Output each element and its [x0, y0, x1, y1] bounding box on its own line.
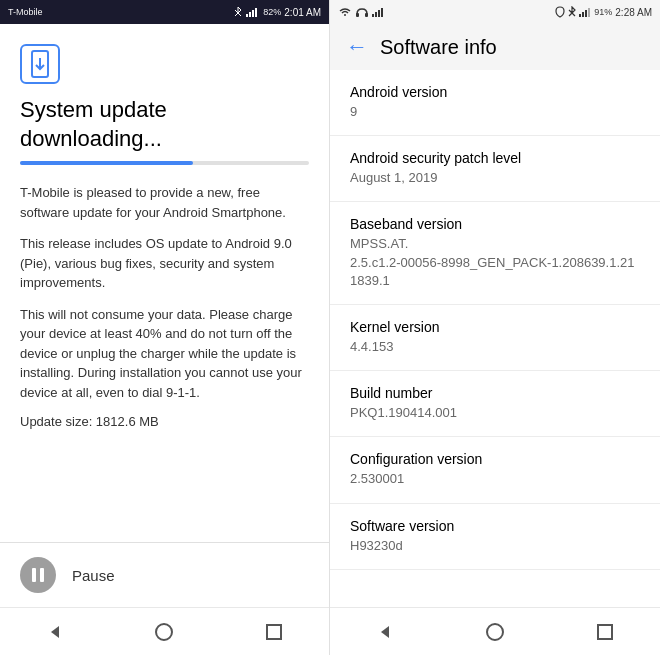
svg-rect-3 [255, 8, 257, 17]
config-label: Configuration version [350, 451, 640, 467]
nav-home-left[interactable] [152, 620, 176, 644]
phone-download-icon [29, 50, 51, 78]
right-panel: 91% 2:28 AM ← Software info Android vers… [330, 0, 660, 655]
svg-rect-17 [579, 14, 581, 17]
svg-rect-7 [40, 568, 44, 582]
baseband-value: MPSS.AT.2.5.c1.2-00056-8998_GEN_PACK-1.2… [350, 235, 640, 290]
info-row-kernel: Kernel version 4.4.153 [330, 305, 660, 371]
time-display-left: 2:01 AM [284, 7, 321, 18]
back-triangle-icon [45, 622, 65, 642]
progress-bar-fill [20, 161, 193, 165]
build-label: Build number [350, 385, 640, 401]
right-status-left-icons [338, 7, 384, 17]
home-circle-icon [154, 622, 174, 642]
svg-rect-10 [267, 625, 281, 639]
nav-recent-right[interactable] [593, 620, 617, 644]
carrier-icon: T-Mobile [8, 7, 43, 17]
kernel-value: 4.4.153 [350, 338, 640, 356]
header-right: ← Software info [330, 24, 660, 70]
software-info-list: Android version 9 Android security patch… [330, 70, 660, 607]
svg-point-22 [487, 624, 503, 640]
security-patch-label: Android security patch level [350, 150, 640, 166]
status-bar-left: T-Mobile 82% 2:01 AM [0, 0, 329, 24]
recent-square-icon [265, 623, 283, 641]
config-value: 2.530001 [350, 470, 640, 488]
home-circle-icon-right [485, 622, 505, 642]
update-icon-container [20, 44, 309, 84]
nav-recent-left[interactable] [262, 620, 286, 644]
info-row-baseband: Baseband version MPSS.AT.2.5.c1.2-00056-… [330, 202, 660, 305]
svg-point-9 [156, 624, 172, 640]
description2: This release includes OS update to Andro… [20, 234, 309, 293]
info-row-security-patch: Android security patch level August 1, 2… [330, 136, 660, 202]
status-bar-right: 91% 2:28 AM [330, 0, 660, 24]
time-display-right: 2:28 AM [615, 7, 652, 18]
left-content: System update downloading... T-Mobile is… [0, 24, 329, 542]
header-title: Software info [380, 36, 497, 59]
svg-rect-2 [252, 10, 254, 17]
pause-label: Pause [72, 567, 115, 584]
svg-rect-1 [249, 12, 251, 17]
nav-bar-right [330, 607, 660, 655]
update-icon [20, 44, 60, 84]
description1: T-Mobile is pleased to provide a new, fr… [20, 183, 309, 222]
svg-rect-13 [372, 14, 374, 17]
right-status-right-icons: 91% 2:28 AM [555, 6, 652, 18]
info-row-build: Build number PKQ1.190414.001 [330, 371, 660, 437]
info-row-software: Software version H93230d [330, 504, 660, 570]
signal-icon-right [372, 7, 384, 17]
recent-square-icon-right [596, 623, 614, 641]
left-panel: T-Mobile 82% 2:01 AM System update downl… [0, 0, 330, 655]
headphones-icon [355, 7, 369, 17]
battery-right: 91% [594, 7, 612, 17]
kernel-label: Kernel version [350, 319, 640, 335]
svg-rect-11 [356, 13, 359, 17]
signal-icon-right2 [579, 7, 591, 17]
battery-text: 82% [263, 7, 281, 17]
android-version-value: 9 [350, 103, 640, 121]
nav-home-right[interactable] [483, 620, 507, 644]
svg-rect-20 [588, 8, 590, 17]
back-triangle-icon-right [375, 622, 395, 642]
software-version-label: Software version [350, 518, 640, 534]
description3: This will not consume your data. Please … [20, 305, 309, 403]
build-value: PKQ1.190414.001 [350, 404, 640, 422]
pause-button[interactable] [20, 557, 56, 593]
progress-bar-container [20, 161, 309, 165]
baseband-label: Baseband version [350, 216, 640, 232]
software-version-value: H93230d [350, 537, 640, 555]
svg-rect-6 [32, 568, 36, 582]
svg-rect-16 [381, 8, 383, 17]
svg-rect-23 [598, 625, 612, 639]
nav-bar-left [0, 607, 329, 655]
svg-rect-0 [246, 14, 248, 17]
pause-row: Pause [0, 543, 329, 607]
info-row-config: Configuration version 2.530001 [330, 437, 660, 503]
android-version-label: Android version [350, 84, 640, 100]
nav-back-left[interactable] [43, 620, 67, 644]
signal-icon [246, 7, 260, 17]
info-row-android-version: Android version 9 [330, 70, 660, 136]
bluetooth-icon [233, 6, 243, 18]
nav-back-right[interactable] [373, 620, 397, 644]
update-size: Update size: 1812.6 MB [20, 414, 309, 429]
svg-rect-15 [378, 10, 380, 17]
bt-icon-right [568, 6, 576, 18]
security-patch-value: August 1, 2019 [350, 169, 640, 187]
pause-icon [31, 567, 45, 583]
back-button[interactable]: ← [346, 34, 368, 60]
svg-rect-19 [585, 10, 587, 17]
status-left-icons: T-Mobile [8, 7, 43, 17]
wifi-icon [338, 7, 352, 17]
page-title-left: System update downloading... [20, 96, 309, 153]
gps-icon [555, 6, 565, 18]
svg-marker-8 [51, 626, 59, 638]
status-right-icons: 82% 2:01 AM [233, 6, 321, 18]
svg-marker-21 [381, 626, 389, 638]
svg-rect-12 [365, 13, 368, 17]
svg-rect-14 [375, 12, 377, 17]
svg-rect-18 [582, 12, 584, 17]
